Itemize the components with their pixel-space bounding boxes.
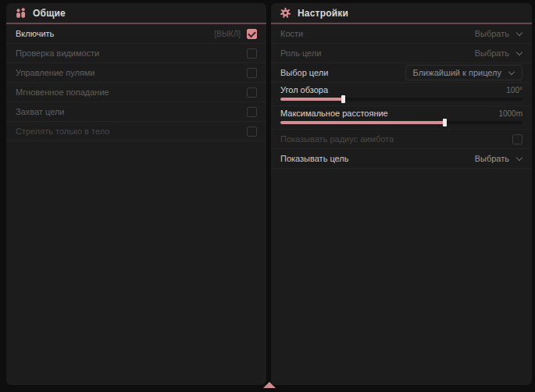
settings-panel: Настройки Кости Выбрать Роль цели Выбрат… [271,3,532,385]
max-distance-value: 1000m [498,109,523,118]
show-target-dropdown[interactable]: Выбрать [475,154,523,163]
row-target-lock: Захват цели [6,102,266,122]
bones-dropdown-value: Выбрать [475,29,509,38]
row-fov: Угол обзора 100° [271,83,532,106]
fov-label: Угол обзора [280,85,328,94]
settings-panel-title: Настройки [298,8,348,19]
check-icon [248,29,256,37]
target-lock-label: Захват цели [16,107,64,116]
target-role-label: Роль цели [280,48,321,58]
fov-value: 100° [506,86,523,94]
row-body-only: Стрелять только в тело [6,122,266,141]
instant-hit-label: Мгновенное попадание [16,87,109,97]
fov-slider-fill [280,98,344,101]
row-bullet-control: Управление пулями [6,63,266,83]
enable-checkbox[interactable] [247,29,257,39]
bullet-control-label: Управление пулями [16,68,95,77]
show-aimbot-radius-label: Показывать радиус аимбота [280,134,394,144]
chevron-down-icon [516,155,523,162]
enable-label: Включить [16,29,54,38]
max-distance-slider-fill [280,121,445,124]
target-role-dropdown-value: Выбрать [475,48,509,58]
bones-dropdown[interactable]: Выбрать [475,29,523,38]
body-only-label: Стрелять только в тело [16,127,109,136]
max-distance-label: Максимальное расстояние [280,109,388,118]
target-role-dropdown[interactable]: Выбрать [475,48,523,58]
instant-hit-checkbox[interactable] [247,87,257,98]
row-target-selection: Выбор цели Ближайший к прицелу [271,63,532,83]
body-only-checkbox[interactable] [247,127,257,137]
chevron-down-icon [516,50,523,56]
chevron-down-icon [516,30,523,37]
general-panel-header: Общие [6,3,266,24]
target-lock-checkbox[interactable] [247,107,257,117]
gear-icon [280,7,291,19]
settings-panel-header: Настройки [271,3,532,24]
scroll-up-indicator-icon[interactable] [263,382,276,388]
bullet-control-checkbox[interactable] [247,68,257,78]
show-target-label: Показывать цель [280,154,349,163]
general-panel-title: Общие [33,8,66,19]
row-visibility-check: Проверка видимости [6,44,266,63]
show-target-dropdown-value: Выбрать [475,154,509,163]
row-max-distance: Максимальное расстояние 1000m [271,106,532,130]
row-instant-hit: Мгновенное попадание [6,83,266,102]
target-selection-label: Выбор цели [280,68,328,77]
max-distance-slider-handle[interactable] [443,119,447,127]
bones-label: Кости [280,29,303,38]
row-show-aimbot-radius: Показывать радиус аимбота [271,130,532,149]
row-target-role: Роль цели Выбрать [271,44,532,63]
visibility-check-label: Проверка видимости [16,48,99,58]
chevron-down-icon [508,69,515,76]
fov-slider[interactable] [280,98,523,101]
show-aimbot-radius-checkbox[interactable] [512,134,523,144]
general-panel: Общие Включить [ВЫКЛ] Проверка видимости… [6,3,266,385]
enable-hotkey-badge: [ВЫКЛ] [215,30,241,38]
fov-slider-handle[interactable] [341,95,345,103]
users-icon [15,7,27,19]
row-enable: Включить [ВЫКЛ] [6,24,266,44]
target-selection-dropdown-value: Ближайший к прицелу [413,68,501,77]
row-show-target: Показывать цель Выбрать [271,149,532,169]
visibility-check-checkbox[interactable] [247,48,257,59]
row-bones: Кости Выбрать [271,24,532,44]
target-selection-dropdown[interactable]: Ближайший к прицелу [405,65,523,80]
max-distance-slider[interactable] [280,121,523,124]
